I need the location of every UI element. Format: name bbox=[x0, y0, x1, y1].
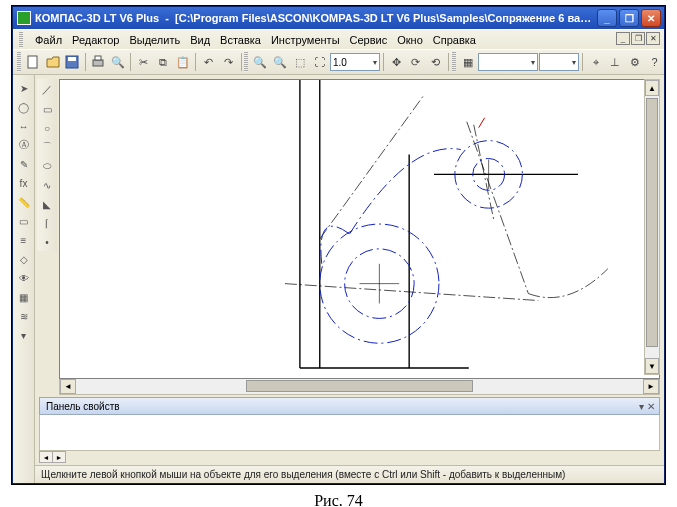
menu-view[interactable]: Вид bbox=[190, 34, 210, 46]
layer-combo[interactable] bbox=[539, 53, 579, 71]
tool-pointer-icon[interactable]: ➤ bbox=[15, 79, 33, 97]
tool-param-icon[interactable]: fx bbox=[15, 174, 33, 192]
geom-rect-icon[interactable]: ▭ bbox=[38, 100, 56, 118]
zoom-in-icon[interactable]: 🔍 bbox=[251, 52, 270, 72]
tb-sep bbox=[582, 53, 583, 71]
menu-insert[interactable]: Вставка bbox=[220, 34, 261, 46]
help-icon[interactable]: ? bbox=[645, 52, 664, 72]
mdi-close[interactable]: ✕ bbox=[646, 32, 660, 45]
main-toolbar: 🔍 ✂ ⧉ 📋 ↶ ↷ 🔍 🔍 ⬚ ⛶ 1.0 ✥ ⟳ ⟲ ▦ ⌖ ⊥ ⚙ ? bbox=[13, 49, 664, 75]
canvas-wrap: ／ ▭ ○ ⌒ ⬭ ∿ ◣ ⌈ • bbox=[35, 75, 664, 395]
geom-circle-icon[interactable]: ○ bbox=[38, 119, 56, 137]
menubar-handle[interactable] bbox=[19, 32, 23, 48]
scroll-h-track[interactable] bbox=[76, 379, 643, 394]
svg-line-13 bbox=[474, 125, 494, 219]
settings-icon[interactable]: ⚙ bbox=[626, 52, 645, 72]
geom-arc-icon[interactable]: ⌒ bbox=[38, 138, 56, 156]
drawing-svg bbox=[60, 80, 659, 378]
new-doc-icon[interactable] bbox=[24, 52, 43, 72]
geom-line-icon[interactable]: ／ bbox=[38, 81, 56, 99]
print-icon[interactable] bbox=[89, 52, 108, 72]
tool-grid-icon[interactable]: ▦ bbox=[15, 288, 33, 306]
mdi-restore[interactable]: ❐ bbox=[631, 32, 645, 45]
geom-spline-icon[interactable]: ∿ bbox=[38, 176, 56, 194]
tool-symbol-icon[interactable]: Ⓐ bbox=[15, 136, 33, 154]
tool-arrow-icon[interactable]: ▾ bbox=[15, 326, 33, 344]
title-text: КОМПАС-3D LT V6 Plus - [C:\Program Files… bbox=[35, 12, 597, 24]
scroll-right-icon[interactable]: ► bbox=[643, 379, 659, 394]
geom-chamfer-icon[interactable]: ◣ bbox=[38, 195, 56, 213]
drawing-canvas[interactable] bbox=[59, 79, 660, 379]
tool-dimension-icon[interactable]: ↔ bbox=[15, 117, 33, 135]
scroll-down-icon[interactable]: ▼ bbox=[645, 358, 659, 374]
scroll-v-thumb[interactable] bbox=[646, 98, 658, 347]
zoom-out-icon[interactable]: 🔍 bbox=[271, 52, 290, 72]
menu-service[interactable]: Сервис bbox=[350, 34, 388, 46]
minimize-button[interactable]: _ bbox=[597, 9, 617, 27]
ortho-icon[interactable]: ⊥ bbox=[606, 52, 625, 72]
workspace: ➤ ◯ ↔ Ⓐ ✎ fx 📏 ▭ ≡ ◇ 👁 ▦ ≋ ▾ ／ ▭ ○ ⌒ ⬭ bbox=[13, 75, 664, 483]
tool-ref-icon[interactable]: ◇ bbox=[15, 250, 33, 268]
tool-geometry-icon[interactable]: ◯ bbox=[15, 98, 33, 116]
svg-rect-4 bbox=[95, 56, 101, 60]
menu-file[interactable]: Файл bbox=[35, 34, 62, 46]
window-controls: _ ❐ ✕ bbox=[597, 9, 661, 27]
scroll-v-track[interactable] bbox=[645, 96, 659, 358]
style-combo[interactable] bbox=[478, 53, 538, 71]
toolbar-handle-3[interactable] bbox=[452, 52, 456, 72]
geom-point-icon[interactable]: • bbox=[38, 233, 56, 251]
tool-view-icon[interactable]: 👁 bbox=[15, 269, 33, 287]
statusbar: Щелкните левой кнопкой мыши на объекте д… bbox=[35, 465, 664, 483]
scroll-left-icon[interactable]: ◄ bbox=[60, 379, 76, 394]
tool-edit-icon[interactable]: ✎ bbox=[15, 155, 33, 173]
vertical-scrollbar[interactable]: ▲ ▼ bbox=[644, 79, 660, 375]
svg-rect-3 bbox=[93, 60, 103, 66]
tab-prev-icon[interactable]: ◄ bbox=[39, 451, 53, 463]
titlebar[interactable]: КОМПАС-3D LT V6 Plus - [C:\Program Files… bbox=[13, 7, 664, 29]
menu-select[interactable]: Выделить bbox=[129, 34, 180, 46]
figure-caption: Рис. 74 bbox=[0, 492, 677, 507]
tab-next-icon[interactable]: ► bbox=[52, 451, 66, 463]
panel-pin-icon[interactable]: ▾ ✕ bbox=[639, 401, 655, 412]
menu-help[interactable]: Справка bbox=[433, 34, 476, 46]
rotate-icon[interactable]: ⟳ bbox=[407, 52, 426, 72]
menu-editor[interactable]: Редактор bbox=[72, 34, 119, 46]
open-icon[interactable] bbox=[43, 52, 62, 72]
redo-icon[interactable]: ↷ bbox=[219, 52, 238, 72]
tool-spec-icon[interactable]: ≡ bbox=[15, 231, 33, 249]
zoom-window-icon[interactable]: ⬚ bbox=[291, 52, 310, 72]
pan-icon[interactable]: ✥ bbox=[387, 52, 406, 72]
close-button[interactable]: ✕ bbox=[641, 9, 661, 27]
tb-sep bbox=[448, 53, 449, 71]
property-panel-body bbox=[39, 415, 660, 451]
grid-icon[interactable]: ▦ bbox=[459, 52, 478, 72]
snap-icon[interactable]: ⌖ bbox=[586, 52, 605, 72]
scroll-h-thumb[interactable] bbox=[246, 380, 473, 392]
maximize-button[interactable]: ❐ bbox=[619, 9, 639, 27]
paste-icon[interactable]: 📋 bbox=[173, 52, 192, 72]
menu-window[interactable]: Окно bbox=[397, 34, 423, 46]
tool-layer-icon[interactable]: ≋ bbox=[15, 307, 33, 325]
tool-measure-icon[interactable]: 📏 bbox=[15, 193, 33, 211]
save-icon[interactable] bbox=[63, 52, 82, 72]
undo-icon[interactable]: ↶ bbox=[199, 52, 218, 72]
property-panel-header[interactable]: Панель свойств ▾ ✕ bbox=[39, 397, 660, 415]
horizontal-scrollbar[interactable]: ◄ ► bbox=[59, 379, 660, 395]
tool-select-icon[interactable]: ▭ bbox=[15, 212, 33, 230]
preview-icon[interactable]: 🔍 bbox=[108, 52, 127, 72]
cut-icon[interactable]: ✂ bbox=[134, 52, 153, 72]
toolbar-handle-2[interactable] bbox=[244, 52, 248, 72]
zoom-fit-icon[interactable]: ⛶ bbox=[310, 52, 329, 72]
property-panel-title: Панель свойств bbox=[46, 401, 120, 412]
menu-tools[interactable]: Инструменты bbox=[271, 34, 340, 46]
toolbar-handle-1[interactable] bbox=[17, 52, 21, 72]
copy-icon[interactable]: ⧉ bbox=[154, 52, 173, 72]
geom-ellipse-icon[interactable]: ⬭ bbox=[38, 157, 56, 175]
document-area: ／ ▭ ○ ⌒ ⬭ ∿ ◣ ⌈ • bbox=[35, 75, 664, 483]
geom-fillet-icon[interactable]: ⌈ bbox=[38, 214, 56, 232]
scale-combo[interactable]: 1.0 bbox=[330, 53, 380, 71]
refresh-icon[interactable]: ⟲ bbox=[426, 52, 445, 72]
scroll-up-icon[interactable]: ▲ bbox=[645, 80, 659, 96]
left-toolbar: ➤ ◯ ↔ Ⓐ ✎ fx 📏 ▭ ≡ ◇ 👁 ▦ ≋ ▾ bbox=[13, 75, 35, 483]
mdi-minimize[interactable]: _ bbox=[616, 32, 630, 45]
